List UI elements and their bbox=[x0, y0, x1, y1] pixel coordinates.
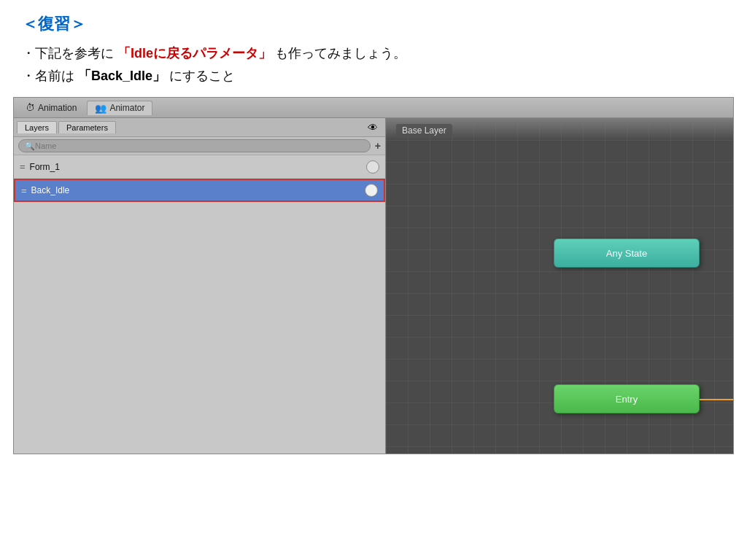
add-param-button[interactable]: + bbox=[375, 140, 381, 152]
subtab-layers[interactable]: Layers bbox=[17, 121, 57, 133]
param-label-form1: Form_1 bbox=[30, 162, 366, 172]
animator-graph[interactable]: Base Layer Any State Entry bbox=[386, 118, 733, 454]
subtab-parameters[interactable]: Parameters bbox=[58, 121, 116, 133]
search-bar: + bbox=[14, 137, 385, 155]
top-text-area: ＜復習＞ ・下記を参考に 「Idleに戻るパラメータ」 も作ってみましょう。 ・… bbox=[0, 0, 747, 97]
any-state-label: Any State bbox=[606, 248, 647, 259]
editor-tabbar: ⏱ Animation 👥 Animator bbox=[14, 98, 733, 118]
param-row-form1[interactable]: = Form_1 bbox=[14, 155, 385, 179]
search-input[interactable] bbox=[18, 139, 371, 152]
bullet-2-prefix: ・名前は bbox=[22, 69, 74, 83]
bullet-2-highlight: 「Back_Idle」 bbox=[78, 69, 166, 83]
eye-symbol: 👁 bbox=[368, 122, 378, 133]
sub-tabs: Layers Parameters 👁 bbox=[14, 118, 385, 137]
eye-icon[interactable]: 👁 bbox=[368, 122, 382, 133]
animator-icon: 👥 bbox=[95, 103, 107, 114]
bullet-1-suffix: も作ってみましょう。 bbox=[275, 46, 406, 61]
animation-icon: ⏱ bbox=[26, 102, 35, 113]
param-label-back-idle: Back_Idle bbox=[31, 185, 365, 195]
tab-animation-label: Animation bbox=[38, 103, 77, 113]
editor-body: Layers Parameters 👁 + = Form_1 bbox=[14, 118, 733, 454]
left-panel: Layers Parameters 👁 + = Form_1 bbox=[14, 118, 386, 454]
equals-icon-form1: = bbox=[20, 161, 26, 172]
unity-editor: ⏱ Animation 👥 Animator Layers Parameters… bbox=[13, 97, 734, 454]
bullet-1-highlight: 「Idleに戻るパラメータ」 bbox=[117, 46, 271, 61]
bullet-1-prefix: ・下記を参考に bbox=[22, 46, 114, 61]
tab-animator[interactable]: 👥 Animator bbox=[87, 101, 152, 115]
bullet-2-suffix: にすること bbox=[169, 69, 235, 83]
bullet-2: ・名前は 「Back_Idle」 にすること bbox=[22, 65, 725, 88]
toggle-form1[interactable] bbox=[366, 160, 379, 174]
entry-label: Entry bbox=[616, 394, 638, 405]
bullet-1: ・下記を参考に 「Idleに戻るパラメータ」 も作ってみましょう。 bbox=[22, 42, 725, 65]
tab-animation[interactable]: ⏱ Animation bbox=[18, 101, 84, 114]
page-title: ＜復習＞ bbox=[22, 13, 725, 35]
base-layer-label: Base Layer bbox=[396, 124, 452, 137]
entry-node[interactable]: Entry bbox=[554, 384, 700, 413]
entry-arrow bbox=[700, 399, 733, 400]
param-list: = Form_1 = Back_Idle bbox=[14, 155, 385, 454]
any-state-node[interactable]: Any State bbox=[554, 238, 700, 268]
toggle-back-idle[interactable] bbox=[365, 184, 378, 197]
equals-icon-back-idle: = bbox=[21, 185, 27, 196]
param-row-back-idle[interactable]: = Back_Idle bbox=[14, 179, 385, 202]
tab-animator-label: Animator bbox=[109, 103, 144, 113]
